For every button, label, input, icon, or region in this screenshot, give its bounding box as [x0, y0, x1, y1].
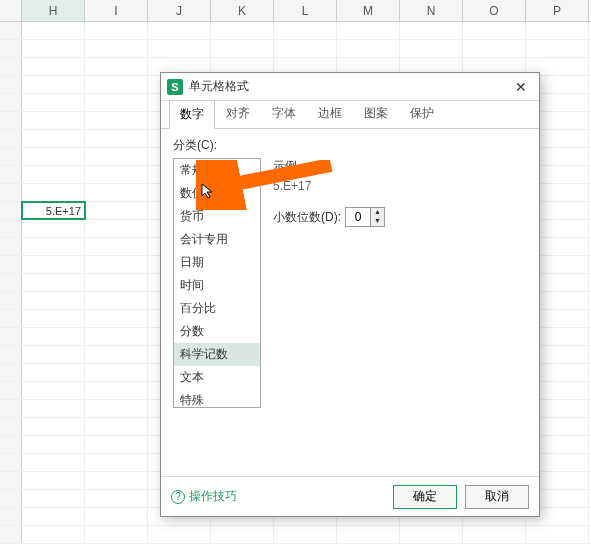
category-item[interactable]: 常规 [174, 159, 260, 182]
cell[interactable] [22, 76, 85, 93]
cell[interactable] [463, 526, 526, 543]
cell[interactable] [22, 310, 85, 327]
cell[interactable] [22, 508, 85, 525]
decimal-places-spinner[interactable]: ▲ ▼ [345, 207, 385, 227]
cell[interactable] [85, 328, 148, 345]
cell[interactable] [22, 292, 85, 309]
cell[interactable] [463, 22, 526, 39]
cell[interactable] [22, 94, 85, 111]
cell[interactable] [22, 382, 85, 399]
cell[interactable] [337, 22, 400, 39]
cell[interactable] [85, 490, 148, 507]
cell[interactable] [22, 130, 85, 147]
category-item[interactable]: 会计专用 [174, 228, 260, 251]
cell[interactable] [526, 22, 589, 39]
cell[interactable] [148, 22, 211, 39]
cell[interactable] [22, 274, 85, 291]
cell[interactable] [463, 40, 526, 57]
cell[interactable] [22, 22, 85, 39]
ok-button[interactable]: 确定 [393, 485, 457, 509]
cell[interactable] [22, 418, 85, 435]
cell[interactable] [211, 22, 274, 39]
cell[interactable] [211, 526, 274, 543]
cell[interactable] [85, 508, 148, 525]
cell[interactable] [85, 346, 148, 363]
cell[interactable] [22, 112, 85, 129]
cell[interactable] [85, 58, 148, 75]
col-header[interactable]: J [148, 0, 211, 21]
cell[interactable] [22, 436, 85, 453]
col-header[interactable]: O [463, 0, 526, 21]
category-item[interactable]: 文本 [174, 366, 260, 389]
dialog-titlebar[interactable]: S 单元格格式 ✕ [161, 73, 539, 101]
spin-up-icon[interactable]: ▲ [371, 208, 384, 217]
col-header[interactable]: L [274, 0, 337, 21]
category-item[interactable]: 时间 [174, 274, 260, 297]
category-item[interactable]: 日期 [174, 251, 260, 274]
cell[interactable] [85, 166, 148, 183]
category-item[interactable]: 分数 [174, 320, 260, 343]
category-item[interactable]: 百分比 [174, 297, 260, 320]
cell[interactable] [400, 40, 463, 57]
cell[interactable] [22, 490, 85, 507]
close-icon[interactable]: ✕ [509, 77, 533, 97]
cell[interactable] [85, 112, 148, 129]
cell[interactable] [85, 256, 148, 273]
tab-4[interactable]: 图案 [353, 99, 399, 128]
cell[interactable] [85, 382, 148, 399]
cell[interactable] [85, 148, 148, 165]
cell[interactable] [337, 40, 400, 57]
cell[interactable] [22, 526, 85, 543]
cell[interactable] [85, 526, 148, 543]
cell[interactable] [85, 184, 148, 201]
cell[interactable] [85, 40, 148, 57]
cell[interactable] [85, 274, 148, 291]
cell[interactable] [22, 58, 85, 75]
cancel-button[interactable]: 取消 [465, 485, 529, 509]
tab-0[interactable]: 数字 [169, 100, 215, 129]
col-header[interactable]: M [337, 0, 400, 21]
cell[interactable] [85, 94, 148, 111]
cell[interactable] [22, 454, 85, 471]
cell[interactable] [85, 292, 148, 309]
cell[interactable] [85, 220, 148, 237]
col-header[interactable]: N [400, 0, 463, 21]
category-list[interactable]: 常规数值货币会计专用日期时间百分比分数科学记数文本特殊自定义 [173, 158, 261, 408]
cell[interactable] [85, 400, 148, 417]
col-header[interactable]: H [22, 0, 85, 21]
cell[interactable] [85, 22, 148, 39]
category-item[interactable]: 数值 [174, 182, 260, 205]
cell[interactable] [22, 364, 85, 381]
cell[interactable] [85, 436, 148, 453]
cell[interactable] [85, 472, 148, 489]
tab-3[interactable]: 边框 [307, 99, 353, 128]
cell[interactable] [211, 40, 274, 57]
tab-5[interactable]: 保护 [399, 99, 445, 128]
cell[interactable] [22, 256, 85, 273]
col-header[interactable]: K [211, 0, 274, 21]
cell[interactable] [148, 526, 211, 543]
cell[interactable] [85, 130, 148, 147]
cell[interactable] [85, 202, 148, 219]
cell[interactable]: 5.E+17 [22, 202, 85, 219]
category-item[interactable]: 货币 [174, 205, 260, 228]
cell[interactable] [22, 166, 85, 183]
col-header[interactable]: P [526, 0, 589, 21]
cell[interactable] [22, 400, 85, 417]
cell[interactable] [274, 526, 337, 543]
category-item[interactable]: 科学记数 [174, 343, 260, 366]
category-item[interactable]: 特殊 [174, 389, 260, 408]
cell[interactable] [400, 22, 463, 39]
tab-1[interactable]: 对齐 [215, 99, 261, 128]
col-header[interactable]: I [85, 0, 148, 21]
cell[interactable] [337, 526, 400, 543]
cell[interactable] [85, 418, 148, 435]
cell[interactable] [22, 184, 85, 201]
decimal-places-input[interactable] [346, 208, 370, 226]
cell[interactable] [22, 346, 85, 363]
cell[interactable] [85, 76, 148, 93]
cell[interactable] [274, 22, 337, 39]
cell[interactable] [22, 148, 85, 165]
cell[interactable] [22, 238, 85, 255]
cell[interactable] [85, 238, 148, 255]
